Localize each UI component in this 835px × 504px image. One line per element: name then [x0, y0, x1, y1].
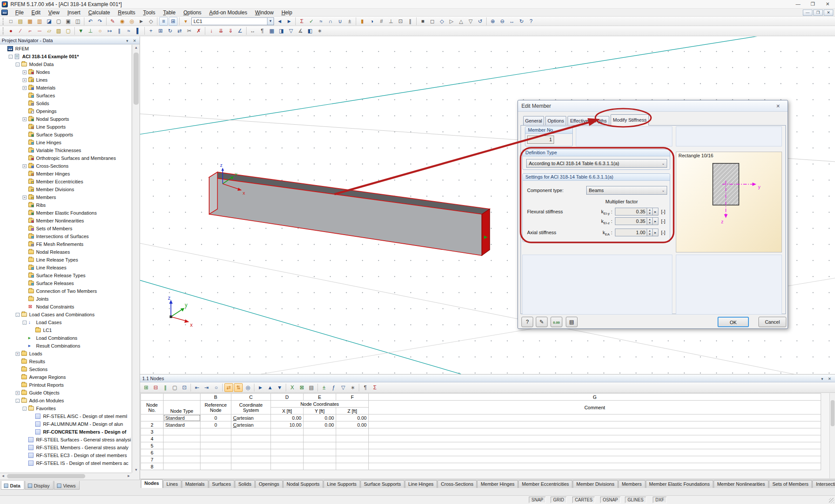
cell-node-type[interactable]: Standard: [164, 414, 200, 421]
column-letter-d[interactable]: D: [271, 394, 304, 401]
spinner-arrows[interactable]: ▲▼: [647, 208, 653, 216]
table-tab-nodes[interactable]: Nodes: [141, 479, 163, 488]
factor-input-ea[interactable]: 1.00▲▼►: [615, 229, 658, 236]
save-icon[interactable]: ◪: [45, 17, 53, 26]
expand-icon[interactable]: +: [23, 70, 27, 74]
tree-item-nodal-supports[interactable]: +Nodal Supports: [0, 115, 131, 123]
move-icon[interactable]: +: [147, 27, 155, 35]
column-header-y[interactable]: Y [ft]: [304, 408, 336, 414]
minimize-button[interactable]: —: [791, 0, 805, 8]
member-no-input[interactable]: 1: [527, 136, 554, 144]
tree-item-solids[interactable]: Solids: [0, 99, 131, 107]
cell-comment[interactable]: [369, 456, 821, 463]
rotate-icon[interactable]: ↻: [166, 27, 174, 35]
menu-file[interactable]: File: [11, 9, 27, 17]
tree-item-line-supports[interactable]: Line Supports: [0, 123, 131, 131]
table-tab-members[interactable]: Members: [618, 480, 645, 488]
display-properties-icon[interactable]: ◧: [306, 27, 314, 35]
cell-coordinate-system[interactable]: [231, 449, 271, 456]
column-letter-a[interactable]: A: [164, 394, 200, 401]
collapse-icon[interactable]: -: [16, 399, 20, 403]
tree-item-guide-objects[interactable]: +Guide Objects: [0, 389, 131, 397]
navigator-tab-display[interactable]: Display: [25, 481, 53, 490]
view-y-icon[interactable]: △: [457, 17, 465, 26]
cell-node-type[interactable]: [164, 428, 200, 435]
cell-comment[interactable]: [369, 463, 821, 470]
cell-z[interactable]: [336, 442, 369, 449]
moment-diagram-icon[interactable]: ∩: [326, 17, 335, 26]
table-tab-member-nonlinearities[interactable]: Member Nonlinearities: [714, 480, 768, 488]
cell-x[interactable]: 0.00: [271, 414, 304, 421]
ok-button[interactable]: OK: [718, 317, 749, 327]
function-icon[interactable]: ƒ: [329, 383, 338, 392]
tree-item-rf-steel-surfaces-general-stress-analysi[interactable]: RF-STEEL Surfaces - General stress analy…: [0, 436, 131, 444]
table-tab-lines[interactable]: Lines: [163, 480, 181, 488]
cell-z[interactable]: [336, 428, 369, 435]
print-preview-icon[interactable]: ◫: [73, 17, 82, 26]
scroll-down-icon[interactable]: ▼: [133, 468, 140, 472]
tree-item-loads[interactable]: +Loads: [0, 350, 131, 358]
check-icon[interactable]: ✓: [307, 17, 316, 26]
detail-button[interactable]: ►: [653, 229, 658, 236]
apply-settings-button[interactable]: ▤: [566, 317, 578, 327]
collapse-icon[interactable]: -: [23, 407, 27, 411]
table-grid-icon[interactable]: ⊞: [169, 17, 177, 26]
collapse-icon[interactable]: -: [9, 55, 13, 59]
column-header-node-no[interactable]: NodeNo.: [141, 401, 164, 414]
measure-icon[interactable]: ∡: [296, 27, 305, 35]
scroll-right-icon[interactable]: ►: [127, 474, 130, 478]
factor-value[interactable]: 1.00: [615, 229, 647, 236]
cell-y[interactable]: 0.00: [304, 421, 336, 428]
tree-item-rf-aluminum-adm-design-of-alun[interactable]: RF-ALUMINUM ADM - Design of alun: [0, 420, 131, 428]
column-letter-e[interactable]: E: [304, 394, 336, 401]
menu-view[interactable]: View: [44, 9, 63, 17]
rotate-view-icon[interactable]: ↻: [517, 17, 526, 26]
cell-comment[interactable]: [369, 421, 821, 428]
excel-export-icon[interactable]: X: [288, 383, 297, 392]
tree-item-orthotropic-surfaces-and-membranes[interactable]: Orthotropic Surfaces and Membranes: [0, 154, 131, 162]
row-number-8[interactable]: 8: [141, 463, 164, 470]
tree-item-member-elastic-foundations[interactable]: Member Elastic Foundations: [0, 209, 131, 217]
cell-x[interactable]: [271, 428, 304, 435]
tree-item-materials[interactable]: +Materials: [0, 84, 131, 92]
undo-icon[interactable]: ↶: [86, 17, 95, 26]
cell-z[interactable]: [336, 449, 369, 456]
mirror-icon[interactable]: ⇄: [175, 27, 184, 35]
tree-item-member-divisions[interactable]: Member Divisions: [0, 186, 131, 193]
table-tab-intersections[interactable]: Intersections: [812, 480, 835, 488]
menu-insert[interactable]: Insert: [63, 9, 84, 17]
tree-item-nodes[interactable]: +Nodes: [0, 68, 131, 76]
nodal-support-icon[interactable]: ▼: [77, 27, 85, 35]
jump-bottom-icon[interactable]: ⇥: [202, 383, 211, 392]
settings-icon[interactable]: ∗: [315, 27, 324, 35]
navigator-vertical-scrollbar[interactable]: ▲ ▼: [132, 45, 139, 473]
cell-node-type[interactable]: [164, 435, 200, 442]
expand-icon[interactable]: +: [23, 196, 27, 199]
tree-item-rf-steel-is-design-of-steel-members-ac[interactable]: RF-STEEL IS - Design of steel members ac: [0, 459, 131, 467]
deformation-icon[interactable]: ∪: [336, 17, 344, 26]
cell-reference-node[interactable]: [200, 435, 231, 442]
help-button[interactable]: ?: [521, 317, 533, 327]
expand-icon[interactable]: +: [23, 164, 27, 168]
column-letter-c[interactable]: C: [231, 394, 271, 401]
units-button[interactable]: 0.00: [551, 317, 562, 327]
wireframe-icon[interactable]: ◻: [428, 17, 437, 26]
tree-item-cross-sections[interactable]: +Cross-Sections: [0, 162, 131, 170]
tree-item-printout-reports[interactable]: Printout Reports: [0, 381, 131, 389]
tree-item-joints[interactable]: Joints: [0, 295, 131, 303]
snap-target-icon[interactable]: ◎: [127, 17, 136, 26]
cell-z[interactable]: [336, 463, 369, 470]
cell-coordinate-system[interactable]: Cartesian: [231, 421, 271, 428]
chevron-down-icon[interactable]: ▼: [267, 18, 274, 25]
nodal-load-icon[interactable]: ↓: [207, 27, 216, 35]
expand-icon[interactable]: +: [23, 86, 27, 90]
cell-reference-node[interactable]: [200, 456, 231, 463]
edit-mode-icon[interactable]: ✎: [108, 17, 117, 26]
open-project-icon[interactable]: ▤: [16, 17, 25, 26]
table-settings-icon[interactable]: ∗: [348, 383, 357, 392]
table-tab-surface-supports[interactable]: Surface Supports: [361, 480, 404, 488]
excel-import-icon[interactable]: ⊠: [297, 383, 306, 392]
detail-button[interactable]: ►: [653, 217, 658, 225]
zoom-out-icon[interactable]: ⊖: [498, 17, 507, 26]
tree-item-connection-of-two-members[interactable]: Connection of Two Members: [0, 287, 131, 295]
